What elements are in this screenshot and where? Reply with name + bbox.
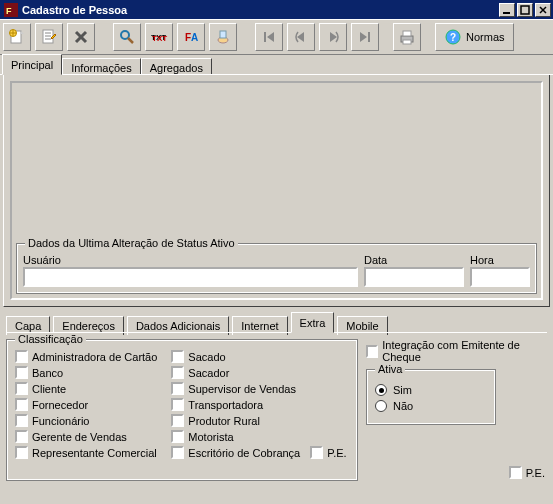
hora-input[interactable] xyxy=(470,267,530,287)
svg-rect-2 xyxy=(503,12,510,14)
data-label: Data xyxy=(364,254,464,266)
chk-produtor[interactable]: Produtor Rural xyxy=(171,414,346,427)
tab-agregados-label: Agregados xyxy=(150,62,203,74)
svg-marker-27 xyxy=(267,32,274,42)
new-button[interactable] xyxy=(3,23,31,51)
chk-sacador-label: Sacador xyxy=(188,367,229,379)
subtab-dados-label: Dados Adicionais xyxy=(136,320,220,332)
usuario-input[interactable] xyxy=(23,267,358,287)
window-title: Cadastro de Pessoa xyxy=(22,4,127,16)
usuario-label: Usuário xyxy=(23,254,358,266)
chk-escritorio-label: Escritório de Cobrança xyxy=(188,447,300,459)
svg-rect-33 xyxy=(403,31,411,36)
svg-rect-3 xyxy=(521,6,529,14)
chk-escritorio[interactable]: Escritório de Cobrança xyxy=(171,446,300,459)
subtab-internet-label: Internet xyxy=(241,320,278,332)
subtab-capa-label: Capa xyxy=(15,320,41,332)
chk-transportadora[interactable]: Transportadora xyxy=(171,398,346,411)
svg-rect-26 xyxy=(264,32,266,42)
chk-fornecedor-label: Fornecedor xyxy=(32,399,88,411)
subtab-mobile-label: Mobile xyxy=(346,320,378,332)
print-button[interactable] xyxy=(393,23,421,51)
minimize-button[interactable] xyxy=(499,3,515,17)
txt-button[interactable]: TXTTXT xyxy=(145,23,173,51)
status-groupbox: Dados da Ultima Alteração de Status Ativ… xyxy=(16,243,537,294)
svg-text:?: ? xyxy=(450,32,456,43)
chk-sacador[interactable]: Sacador xyxy=(171,366,346,379)
radio-nao[interactable]: Não xyxy=(375,400,487,412)
subtab-dados[interactable]: Dados Adicionais xyxy=(127,316,229,335)
titlebar: F Cadastro de Pessoa xyxy=(0,0,553,19)
chk-pe-right-label: P.E. xyxy=(526,467,545,479)
svg-rect-25 xyxy=(220,31,226,38)
svg-marker-30 xyxy=(360,32,367,42)
subtab-extra-label: Extra xyxy=(300,317,326,329)
chk-banco-label: Banco xyxy=(32,367,63,379)
clear-button[interactable] xyxy=(209,23,237,51)
close-button[interactable] xyxy=(535,3,551,17)
app-icon: F xyxy=(4,3,18,17)
search-button[interactable] xyxy=(113,23,141,51)
ativa-group: Ativa Sim Não xyxy=(366,369,496,425)
svg-rect-31 xyxy=(368,32,370,42)
bottom-panel: Classificação Administradora de Cartão B… xyxy=(6,333,547,481)
maximize-button[interactable] xyxy=(517,3,533,17)
chk-pe-left[interactable]: P.E. xyxy=(310,446,346,459)
chk-pe-right[interactable]: P.E. xyxy=(509,466,545,479)
tab-principal[interactable]: Principal xyxy=(2,54,62,75)
normas-label: Normas xyxy=(466,31,505,43)
sub-tabstrip: Capa Endereços Dados Adicionais Internet… xyxy=(0,307,553,333)
radio-nao-label: Não xyxy=(393,400,413,412)
svg-text:F: F xyxy=(6,6,12,16)
chk-funcionario[interactable]: Funcionário xyxy=(15,414,157,427)
nav-prev-button[interactable] xyxy=(287,23,315,51)
subtab-internet[interactable]: Internet xyxy=(232,316,287,335)
radio-sim[interactable]: Sim xyxy=(375,384,487,396)
delete-button[interactable] xyxy=(67,23,95,51)
svg-text:TXT: TXT xyxy=(152,34,167,43)
hora-label: Hora xyxy=(470,254,530,266)
subtab-mobile[interactable]: Mobile xyxy=(337,316,387,335)
status-legend: Dados da Ultima Alteração de Status Ativ… xyxy=(25,237,238,249)
fa-button[interactable]: FA xyxy=(177,23,205,51)
chk-supervisor[interactable]: Supervisor de Vendas xyxy=(171,382,346,395)
chk-produtor-label: Produtor Rural xyxy=(188,415,260,427)
nav-next-button[interactable] xyxy=(319,23,347,51)
chk-admin-cartao-label: Administradora de Cartão xyxy=(32,351,157,363)
subtab-enderecos-label: Endereços xyxy=(62,320,115,332)
chk-gerente-label: Gerente de Vendas xyxy=(32,431,127,443)
classification-legend: Classificação xyxy=(15,333,86,345)
tab-informacoes-label: Informações xyxy=(71,62,132,74)
chk-fornecedor[interactable]: Fornecedor xyxy=(15,398,157,411)
chk-integracao[interactable]: Integração com Emitente de Cheque xyxy=(366,339,547,363)
chk-admin-cartao[interactable]: Administradora de Cartão xyxy=(15,350,157,363)
edit-button[interactable] xyxy=(35,23,63,51)
chk-sacado-label: Sacado xyxy=(188,351,225,363)
svg-rect-34 xyxy=(403,40,411,44)
radio-sim-label: Sim xyxy=(393,384,412,396)
chk-representante[interactable]: Representante Comercial xyxy=(15,446,157,459)
normas-button[interactable]: ? Normas xyxy=(435,23,514,51)
chk-banco[interactable]: Banco xyxy=(15,366,157,379)
tab-principal-label: Principal xyxy=(11,59,53,71)
svg-point-18 xyxy=(121,31,129,39)
data-input[interactable] xyxy=(364,267,464,287)
chk-funcionario-label: Funcionário xyxy=(32,415,89,427)
svg-marker-29 xyxy=(330,32,337,42)
chk-gerente[interactable]: Gerente de Vendas xyxy=(15,430,157,443)
chk-motorista[interactable]: Motorista xyxy=(171,430,346,443)
svg-line-19 xyxy=(128,38,133,43)
classification-group: Classificação Administradora de Cartão B… xyxy=(6,339,358,481)
chk-cliente[interactable]: Cliente xyxy=(15,382,157,395)
toolbar: TXTTXT FA ? Normas xyxy=(0,19,553,55)
chk-representante-label: Representante Comercial xyxy=(32,447,157,459)
svg-marker-28 xyxy=(297,32,304,42)
chk-cliente-label: Cliente xyxy=(32,383,66,395)
nav-last-button[interactable] xyxy=(351,23,379,51)
top-panel: Dados da Ultima Alteração de Status Ativ… xyxy=(3,75,550,307)
subtab-extra[interactable]: Extra xyxy=(291,312,335,333)
chk-supervisor-label: Supervisor de Vendas xyxy=(188,383,296,395)
chk-pe-left-label: P.E. xyxy=(327,447,346,459)
chk-sacado[interactable]: Sacado xyxy=(171,350,346,363)
nav-first-button[interactable] xyxy=(255,23,283,51)
